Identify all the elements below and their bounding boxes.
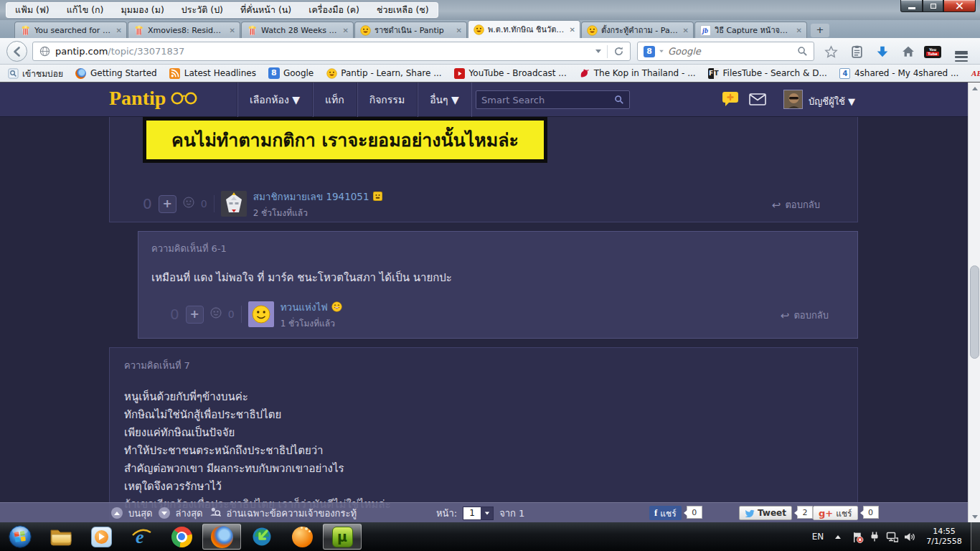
chrome-icon[interactable] xyxy=(162,524,201,550)
tab-close-icon[interactable]: ✕ xyxy=(456,27,462,34)
emotion-face-icon[interactable] xyxy=(210,307,222,321)
topic-owner-filter-icon[interactable] xyxy=(209,506,221,520)
account-menu[interactable]: บัญชีผู้ใช้ ▼ xyxy=(809,94,855,109)
nav-activities[interactable]: กิจกรรม xyxy=(357,83,417,117)
menu-hamburger-icon[interactable] xyxy=(953,44,970,60)
search-input[interactable] xyxy=(668,46,793,57)
messages-envelope-icon[interactable] xyxy=(749,93,766,108)
bookmark-item[interactable]: Pantip - Learn, Share ... xyxy=(326,67,441,79)
language-indicator[interactable]: EN xyxy=(808,522,828,551)
taskbar-clock[interactable]: 14:55 7/1/2558 xyxy=(920,522,969,551)
tab-close-icon[interactable]: ✕ xyxy=(683,27,689,34)
tab-close-icon[interactable]: ✕ xyxy=(343,27,349,34)
nav-more[interactable]: อื่นๆ ▼ xyxy=(417,83,472,117)
menu-view[interactable]: มุมมอง (ม) xyxy=(121,3,164,17)
home-icon[interactable] xyxy=(900,44,917,60)
menu-edit[interactable]: แก้ไข (ก) xyxy=(67,3,104,17)
comment-author-link[interactable]: ทวนแห่งไฟ xyxy=(281,299,342,315)
vote-plus-button[interactable]: + xyxy=(159,195,176,213)
youtube-icon[interactable]: YouTube xyxy=(924,44,941,60)
page-select-dropdown-icon[interactable] xyxy=(481,507,493,519)
gplus-share[interactable]: g+ แชร์ 0 xyxy=(813,506,879,520)
tab-close-icon[interactable]: ✕ xyxy=(230,27,235,34)
bookmark-item[interactable]: 4 4shared - My 4shared ... xyxy=(839,67,959,79)
scrollbar-up-arrow[interactable] xyxy=(969,83,980,94)
bookmark-item[interactable]: Getting Started xyxy=(75,67,157,79)
tab-5-active[interactable]: พ.ต.ท.ทักษิณ ชินวัตร / ... ✕ xyxy=(468,20,580,38)
tab-2[interactable]: Xmovies8: Resident Ev... ✕ xyxy=(128,22,240,38)
scrollbar-thumb[interactable] xyxy=(970,265,979,359)
new-tab-button[interactable]: + xyxy=(811,24,829,37)
vote-plus-button[interactable]: + xyxy=(186,306,204,324)
page-scrollbar[interactable] xyxy=(968,83,980,522)
tab-3[interactable]: Watch 28 Weeks Later ... ✕ xyxy=(241,22,354,38)
windows-explorer-icon[interactable] xyxy=(42,524,80,550)
smart-search-box[interactable] xyxy=(476,90,630,109)
tab-close-icon[interactable]: ✕ xyxy=(116,27,122,34)
windows-media-player-icon[interactable] xyxy=(82,524,121,550)
bookmark-item[interactable]: Latest Headlines xyxy=(169,67,256,79)
download-icon[interactable] xyxy=(874,44,891,60)
reply-button[interactable]: ↩ ตอบกลับ xyxy=(772,197,820,212)
nav-select-room[interactable]: เลือกห้อง ▼ xyxy=(237,83,312,117)
facebook-share[interactable]: f แชร์ 0 xyxy=(649,506,702,520)
close-button[interactable]: ✕ xyxy=(943,0,976,12)
new-topic-bubble-icon[interactable] xyxy=(721,92,740,110)
comment-author-link[interactable]: สมาชิกหมายเลข 1941051 xyxy=(253,189,382,204)
nav-tags[interactable]: แท็ก xyxy=(312,83,357,117)
menu-file[interactable]: แฟ้ม (ฟ) xyxy=(15,3,50,17)
bookmark-item[interactable]: เข้าชมบ่อย xyxy=(7,67,63,80)
power-plug-icon[interactable] xyxy=(867,522,882,551)
topic-owner-filter-label[interactable]: อ่านเฉพาะข้อความเจ้าของกระทู้ xyxy=(227,506,357,521)
idm-icon[interactable] xyxy=(242,524,281,550)
bookmark-item[interactable]: FT FilesTube - Search & D... xyxy=(708,67,827,79)
scroll-top-label[interactable]: บนสุด xyxy=(128,506,153,521)
utorrent-icon-active[interactable]: µ xyxy=(323,524,362,550)
hidden-icons-chevron[interactable] xyxy=(831,522,845,551)
emotion-face-icon[interactable] xyxy=(183,197,194,211)
user-avatar[interactable] xyxy=(783,90,803,109)
menu-history[interactable]: ประวัติ (ป) xyxy=(182,3,223,17)
gom-player-icon[interactable] xyxy=(283,524,321,550)
action-center-flag-icon[interactable] xyxy=(849,522,865,551)
tab-1[interactable]: You searched for resid... ✕ xyxy=(14,22,127,38)
start-button[interactable] xyxy=(3,524,37,550)
menu-tools[interactable]: เครื่องมือ (ค) xyxy=(308,3,359,17)
minimize-button[interactable] xyxy=(900,0,923,12)
restore-button[interactable] xyxy=(923,0,943,12)
search-bar[interactable]: 8 xyxy=(637,42,814,61)
network-icon[interactable] xyxy=(884,522,900,551)
scroll-top-button[interactable] xyxy=(111,507,123,519)
tab-close-icon[interactable]: ✕ xyxy=(570,26,575,34)
scrollbar-down-arrow[interactable] xyxy=(969,511,980,522)
avatar[interactable] xyxy=(248,301,274,327)
tab-4[interactable]: ราชดำเนิน - Pantip ✕ xyxy=(354,22,467,38)
tab-close-icon[interactable]: ✕ xyxy=(796,27,802,34)
scroll-bottom-button[interactable] xyxy=(159,507,170,519)
search-engine-dropdown-icon[interactable] xyxy=(659,50,664,53)
volume-icon[interactable] xyxy=(901,522,917,551)
url-dropdown-icon[interactable] xyxy=(595,50,601,53)
bookmark-item[interactable]: AE AE. Racing Club - หน้า... xyxy=(971,67,980,80)
bookmark-item[interactable]: The Kop in Thailand - ... xyxy=(579,67,696,79)
search-icon[interactable] xyxy=(614,95,624,105)
search-icon[interactable] xyxy=(797,46,808,57)
bookmark-star-icon[interactable] xyxy=(822,44,839,60)
avatar[interactable] xyxy=(221,191,247,217)
show-desktop-button[interactable] xyxy=(971,522,980,551)
reload-icon[interactable] xyxy=(613,46,624,57)
tweet-button[interactable]: Tweet 2 xyxy=(739,506,813,520)
menu-help[interactable]: ช่วยเหลือ (ช) xyxy=(377,3,429,17)
pantip-logo[interactable]: Pantip xyxy=(109,87,199,110)
reply-button[interactable]: ↩ ตอบกลับ xyxy=(781,308,829,323)
bookmark-item[interactable]: YouTube - Broadcast ... xyxy=(454,67,567,79)
bookmarks-menu-icon[interactable] xyxy=(848,44,865,60)
internet-explorer-icon[interactable]: e xyxy=(122,524,161,550)
scroll-bottom-label[interactable]: ล่างสุด xyxy=(176,506,203,521)
page-select[interactable]: 1 xyxy=(463,507,494,520)
url-bar[interactable]: pantip.com/topic/33071837 xyxy=(32,42,631,61)
back-button[interactable] xyxy=(6,41,27,62)
tab-6[interactable]: ตั้งกระทู้คำถาม - Pantip ✕ xyxy=(581,22,694,38)
smart-search-input[interactable] xyxy=(481,95,614,105)
firefox-icon-active[interactable] xyxy=(202,524,241,550)
